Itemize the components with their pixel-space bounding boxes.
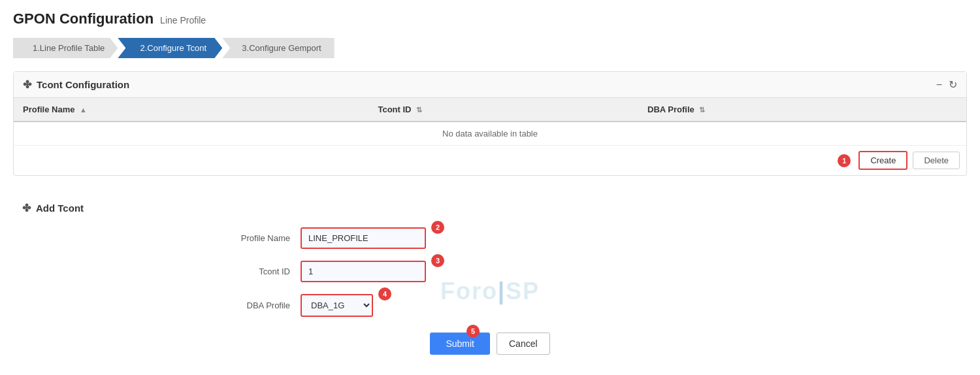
step-1[interactable]: 1.Line Profile Table bbox=[13, 38, 118, 58]
page-subtitle: Line Profile bbox=[160, 15, 206, 25]
step-3[interactable]: 3.Configure Gemport bbox=[222, 38, 334, 58]
tcont-id-label: Tcont ID bbox=[196, 267, 301, 276]
tcont-id-row: Tcont ID 3 bbox=[196, 261, 784, 282]
sort-icon-tcont: ⇅ bbox=[416, 106, 422, 114]
add-tcont-title: ✤ Add Tcont bbox=[22, 202, 958, 214]
table-area: Profile Name ▲ Tcont ID ⇅ DBA Profile ⇅ bbox=[14, 98, 966, 146]
tcont-id-wrap: 3 bbox=[301, 261, 426, 282]
col-profile-name: Profile Name ▲ bbox=[14, 98, 368, 122]
badge-3: 3 bbox=[431, 254, 444, 267]
submit-row: 5 Submit Cancel bbox=[196, 333, 784, 355]
refresh-button[interactable]: ↻ bbox=[949, 78, 957, 91]
badge-1: 1 bbox=[838, 154, 851, 167]
dba-profile-select[interactable]: DBA_1G DBA_512M DBA_256M bbox=[301, 294, 373, 317]
profile-name-input[interactable] bbox=[301, 227, 426, 249]
profile-name-wrap: 2 bbox=[301, 227, 426, 249]
profile-name-label: Profile Name bbox=[196, 233, 301, 243]
tcont-id-input[interactable] bbox=[301, 261, 426, 282]
panel-controls: − ↻ bbox=[936, 78, 957, 91]
sort-icon-dba: ⇅ bbox=[699, 106, 705, 114]
minimize-button[interactable]: − bbox=[936, 78, 942, 91]
page-title: GPON Configuration bbox=[13, 10, 154, 27]
delete-button[interactable]: Delete bbox=[913, 152, 960, 169]
no-data-row: No data available in table bbox=[14, 122, 966, 146]
panel-header: ✤ Tcont Configuration − ↻ bbox=[14, 72, 966, 98]
badge-2: 2 bbox=[431, 221, 444, 234]
col-tcont-id: Tcont ID ⇅ bbox=[368, 98, 638, 122]
dba-profile-label: DBA Profile bbox=[196, 301, 301, 310]
step-2[interactable]: 2.Configure Tcont bbox=[118, 38, 222, 58]
puzzle-icon: ✤ bbox=[23, 78, 31, 91]
add-tcont-section: ✤ Add Tcont Foro|SP Profile Name 2 Tcont… bbox=[13, 189, 967, 368]
panel-title: ✤ Tcont Configuration bbox=[23, 78, 129, 91]
col-dba-profile: DBA Profile ⇅ bbox=[638, 98, 966, 122]
page-header: GPON Configuration Line Profile bbox=[13, 10, 967, 27]
badge-4: 4 bbox=[378, 287, 391, 301]
dba-profile-row: DBA Profile DBA_1G DBA_512M DBA_256M 4 bbox=[196, 294, 784, 317]
submit-button[interactable]: Submit bbox=[430, 333, 490, 355]
badge-5: 5 bbox=[466, 325, 480, 338]
profile-name-row: Profile Name 2 bbox=[196, 227, 784, 249]
cancel-button[interactable]: Cancel bbox=[497, 333, 550, 355]
tcont-table: Profile Name ▲ Tcont ID ⇅ DBA Profile ⇅ bbox=[14, 98, 966, 146]
puzzle-icon-add: ✤ bbox=[22, 202, 31, 214]
action-row: 1 Create Delete bbox=[14, 146, 966, 175]
create-button[interactable]: Create bbox=[858, 151, 907, 170]
sort-icon-profile: ▲ bbox=[80, 106, 87, 114]
form-area: Foro|SP Profile Name 2 Tcont ID 3 DBA P bbox=[196, 227, 784, 355]
no-data-cell: No data available in table bbox=[14, 122, 966, 146]
steps-bar: 1.Line Profile Table 2.Configure Tcont 3… bbox=[13, 38, 967, 58]
page-wrapper: GPON Configuration Line Profile 1.Line P… bbox=[0, 0, 980, 375]
dba-profile-wrap: DBA_1G DBA_512M DBA_256M 4 bbox=[301, 294, 373, 317]
tcont-panel: ✤ Tcont Configuration − ↻ Profile Name ▲ bbox=[13, 71, 967, 176]
